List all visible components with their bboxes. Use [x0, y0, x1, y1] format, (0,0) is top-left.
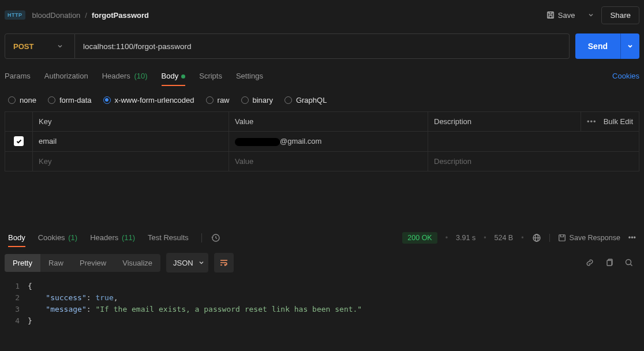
cookies-link[interactable]: Cookies [612, 67, 639, 85]
breadcrumb-request[interactable]: forgotPassword [92, 11, 149, 20]
radio-graphql[interactable]: GraphQL [284, 96, 327, 104]
radio-binary[interactable]: binary [241, 96, 273, 104]
kv-more-icon[interactable]: ••• [587, 117, 597, 126]
kv-key-cell[interactable] [33, 152, 229, 171]
radio-urlencoded[interactable]: x-www-form-urlencoded [103, 96, 194, 104]
kv-table: Key Value Description ••• Bulk Edit @gma… [5, 111, 639, 171]
redacted-value [235, 138, 280, 146]
kv-row-empty [5, 152, 639, 171]
radio-label: x-www-form-urlencoded [115, 96, 194, 104]
response-body-code[interactable]: 1{ 2 "success": true, 3 "message": "If t… [0, 279, 644, 328]
kv-value-input[interactable] [235, 157, 422, 166]
request-tabs: Params Authorization Headers (10) Body S… [0, 62, 644, 85]
kv-key-input[interactable] [39, 137, 223, 145]
tab-headers-count: (10) [134, 72, 147, 80]
globe-icon[interactable] [532, 233, 541, 242]
kv-key-input[interactable] [39, 157, 223, 166]
resp-tab-cookies[interactable]: Cookies (1) [38, 229, 77, 246]
response-tabs: Body Cookies (1) Headers (11) Test Resul… [0, 223, 644, 246]
tab-authorization[interactable]: Authorization [44, 67, 88, 85]
resp-tab-count: (11) [122, 233, 135, 242]
radio-raw[interactable]: raw [206, 96, 230, 104]
wrap-lines-button[interactable] [214, 253, 234, 272]
radio-none[interactable]: none [8, 96, 36, 104]
breadcrumb-collection[interactable]: bloodDonation [32, 11, 81, 20]
svg-rect-0 [548, 12, 554, 18]
view-visualize[interactable]: Visualize [114, 254, 160, 272]
breadcrumb-separator: / [85, 11, 87, 20]
kv-desc-input[interactable] [434, 137, 633, 145]
tab-params[interactable]: Params [5, 67, 31, 85]
resp-tab-count: (1) [68, 233, 77, 242]
tab-settings[interactable]: Settings [236, 67, 263, 85]
header-bar: HTTP bloodDonation / forgotPassword Save… [0, 0, 644, 30]
kv-value-suffix: @gmail.com [280, 137, 321, 145]
tab-headers[interactable]: Headers (10) [102, 67, 148, 85]
checkbox-checked-icon [14, 136, 24, 146]
save-response-icon [558, 234, 566, 242]
resp-tab-label: Headers [90, 233, 118, 242]
radio-label: raw [218, 96, 230, 104]
kv-check-header [5, 112, 33, 131]
save-label: Save [558, 11, 575, 20]
save-chevron-icon[interactable] [585, 8, 597, 22]
kv-key-cell[interactable] [33, 132, 229, 151]
kv-row: @gmail.com [5, 132, 639, 152]
resp-tab-headers[interactable]: Headers (11) [90, 229, 135, 246]
bulk-edit-link[interactable]: Bulk Edit [604, 117, 633, 126]
kv-desc-input[interactable] [434, 157, 633, 166]
view-preview[interactable]: Preview [72, 254, 114, 272]
chevron-down-icon [57, 43, 63, 50]
history-icon[interactable] [201, 233, 220, 242]
kv-checkbox-cell[interactable] [5, 132, 33, 151]
format-select[interactable]: JSON [166, 253, 208, 272]
resp-tab-body[interactable]: Body [8, 229, 25, 246]
url-bar: POST Send [0, 30, 644, 62]
radio-icon [48, 96, 55, 104]
radio-label: none [20, 96, 36, 104]
save-icon [546, 11, 555, 19]
send-button[interactable]: Send [575, 33, 620, 59]
link-icon[interactable] [585, 258, 594, 267]
line-num: 4 [0, 315, 28, 327]
kv-desc-cell[interactable] [428, 132, 639, 151]
send-group: Send [575, 33, 639, 59]
chevron-down-icon [198, 259, 205, 266]
code-token: } [28, 316, 32, 325]
radio-icon [103, 96, 111, 104]
kv-header-row: Key Value Description ••• Bulk Edit [5, 112, 639, 132]
search-icon[interactable] [624, 258, 634, 267]
wrap-icon [219, 258, 229, 267]
kv-key-header: Key [33, 112, 229, 131]
kv-value-cell[interactable] [229, 152, 428, 171]
share-button[interactable]: Share [601, 6, 639, 24]
svg-rect-5 [559, 234, 565, 241]
code-token: "success" [46, 293, 86, 302]
view-pretty[interactable]: Pretty [5, 254, 40, 272]
kv-value-cell[interactable]: @gmail.com [229, 132, 428, 151]
save-button[interactable]: Save [541, 8, 581, 23]
code-token: "If the email exists, a password reset l… [95, 305, 362, 313]
method-select[interactable]: POST [5, 33, 75, 59]
code-token: { [28, 282, 32, 290]
kv-desc-cell[interactable] [428, 152, 639, 171]
body-type-radios: none form-data x-www-form-urlencoded raw… [0, 85, 644, 111]
resp-tab-test-results[interactable]: Test Results [148, 229, 189, 246]
tab-headers-label: Headers [102, 72, 130, 80]
svg-point-7 [626, 260, 631, 265]
breadcrumb: bloodDonation / forgotPassword [32, 11, 541, 20]
radio-form-data[interactable]: form-data [48, 96, 92, 104]
code-token: "message" [46, 305, 86, 313]
save-response-button[interactable]: Save Response [549, 234, 620, 242]
kv-value-header: Value [229, 112, 428, 131]
tab-body[interactable]: Body [162, 67, 186, 85]
response-more-icon[interactable]: ••• [628, 234, 636, 242]
copy-icon[interactable] [605, 258, 614, 267]
method-label: POST [13, 42, 33, 51]
view-raw[interactable]: Raw [40, 254, 72, 272]
url-input[interactable] [75, 33, 570, 59]
radio-icon [8, 96, 16, 104]
format-label: JSON [173, 259, 193, 267]
tab-scripts[interactable]: Scripts [199, 67, 222, 85]
send-chevron-button[interactable] [620, 33, 639, 59]
